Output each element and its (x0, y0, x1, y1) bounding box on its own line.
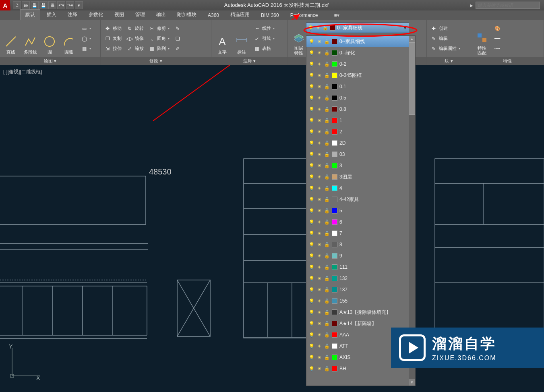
search-expand-icon[interactable]: ▶ (470, 3, 473, 8)
polyline-button[interactable]: 多段线 (22, 22, 39, 55)
bulb-icon[interactable]: 💡 (309, 355, 314, 360)
lock-icon[interactable]: 🔓 (324, 332, 330, 338)
lock-icon[interactable]: 🔓 (324, 129, 330, 135)
lock-icon[interactable]: 🔓 (324, 253, 330, 259)
lock-icon[interactable]: 🔓 (324, 219, 330, 225)
lock-icon[interactable]: 🔓 (324, 321, 330, 326)
sun-icon[interactable]: ☀ (316, 230, 322, 236)
lock-icon[interactable]: 🔓 (324, 118, 330, 123)
tab-overflow-icon[interactable]: ■▾ (332, 11, 341, 20)
lock-icon[interactable]: 🔓 (324, 151, 330, 157)
bulb-icon[interactable]: 💡 (309, 163, 314, 168)
scroll-down-icon[interactable]: ▼ (409, 379, 415, 386)
bulb-icon[interactable]: 💡 (309, 242, 314, 247)
layer-row[interactable]: 💡☀🔓7 (306, 228, 415, 239)
bulb-icon[interactable]: 💡 (309, 84, 314, 89)
lock-icon[interactable]: 🔓 (324, 197, 330, 202)
sun-icon[interactable]: ☀ (316, 50, 322, 56)
bulb-icon[interactable]: 💡 (309, 219, 314, 225)
layer-row[interactable]: 💡☀🔓0--绿化 (306, 47, 415, 58)
layer-row[interactable]: 💡☀🔓155 (306, 295, 415, 307)
bulb-icon[interactable]: 💡 (309, 39, 314, 44)
tab-default[interactable]: 默认 (20, 9, 40, 20)
lock-icon[interactable]: 🔓 (324, 309, 330, 315)
sun-icon[interactable]: ☀ (316, 39, 322, 44)
scroll-up-icon[interactable]: ▲ (409, 36, 415, 42)
lock-icon[interactable]: 🔓 (324, 298, 330, 304)
draw-misc3-button[interactable]: ▦▾ (80, 44, 92, 53)
sun-icon[interactable]: ☀ (316, 219, 322, 225)
sun-icon[interactable]: ☀ (316, 264, 322, 270)
arc-button[interactable]: 圆弧 (60, 22, 77, 55)
layer-row[interactable]: 💡☀🔓0-345图框 (306, 70, 415, 81)
bulb-icon[interactable]: 💡 (309, 106, 314, 112)
qat-save-icon[interactable]: 💾 (31, 1, 39, 9)
text-button[interactable]: A 文字 (214, 22, 231, 55)
qat-plot-icon[interactable]: 🖶 (48, 1, 56, 9)
lock-icon[interactable]: 🔓 (324, 140, 330, 146)
layer-row[interactable]: 💡☀🔓0.1 (306, 81, 415, 92)
bulb-icon[interactable]: 💡 (309, 61, 314, 67)
layer-row[interactable]: 💡☀🔓4-42家具 (306, 194, 415, 205)
layer-row[interactable]: 💡☀🔓0--家具细线 (306, 36, 415, 47)
bulb-icon[interactable]: 💡 (309, 129, 314, 135)
tab-bim360[interactable]: BIM 360 (256, 11, 284, 20)
sun-icon[interactable]: ☀ (316, 298, 322, 304)
tab-performance[interactable]: Performance (285, 11, 323, 20)
lock-icon[interactable]: 🔓 (324, 185, 330, 191)
lock-icon[interactable]: 🔓 (324, 106, 330, 112)
layer-row[interactable]: 💡☀🔓132 (306, 273, 415, 284)
bulb-icon[interactable]: 💡 (309, 185, 314, 191)
bulb-icon[interactable]: 💡 (309, 73, 314, 78)
line-button[interactable]: 直线 (2, 22, 19, 55)
layer-row[interactable]: 💡☀🔓2 (306, 126, 415, 137)
layer-row[interactable]: 💡☀🔓8 (306, 239, 415, 250)
search-input[interactable] (476, 2, 540, 9)
sun-icon[interactable]: ☀ (316, 242, 322, 247)
lock-icon[interactable]: 🔓 (324, 276, 330, 281)
sun-icon[interactable]: ☀ (316, 355, 322, 360)
layer-row[interactable]: 💡☀🔓137 (306, 284, 415, 295)
layer-selector[interactable]: 💡 ☀ 🔓 0--家具细线 ▼ (306, 23, 409, 33)
sun-icon[interactable]: ☀ (316, 129, 322, 135)
stretch-button[interactable]: ⇲拉伸 (103, 44, 123, 53)
scroll-thumb[interactable] (409, 42, 415, 115)
leader-button[interactable]: ↙引线▾ (252, 34, 276, 43)
tab-annotate[interactable]: 注释 (63, 10, 82, 20)
bulb-icon[interactable]: 💡 (309, 366, 314, 371)
lock-icon[interactable]: 🔓 (324, 355, 330, 360)
tab-output[interactable]: 输出 (151, 10, 171, 20)
dim-button[interactable]: 标注 (233, 22, 250, 55)
qat-undo-icon[interactable]: ↶▾ (57, 1, 65, 9)
layer-row[interactable]: 💡☀🔓A★13【拆除墙体填充】 (306, 307, 415, 318)
sun-icon[interactable]: ☀ (316, 140, 322, 146)
layer-props-button[interactable]: 图层 特性 (290, 22, 307, 55)
tab-insert[interactable]: 插入 (42, 10, 61, 20)
sun-icon[interactable]: ☀ (316, 366, 322, 371)
bulb-icon[interactable]: 💡 (309, 298, 314, 304)
sun-icon[interactable]: ☀ (316, 185, 322, 191)
sun-icon[interactable]: ☀ (316, 208, 322, 214)
lock-icon[interactable]: 🔓 (324, 230, 330, 236)
lock-icon[interactable]: 🔓 (324, 73, 330, 78)
sun-icon[interactable]: ☀ (316, 276, 322, 281)
panel-modify-label[interactable]: 修改 ▾ (101, 57, 211, 65)
panel-draw-label[interactable]: 绘图 ▾ (0, 57, 100, 65)
sun-icon[interactable]: ☀ (316, 321, 322, 326)
layer-row[interactable]: 💡☀🔓5 (306, 205, 415, 216)
layer-row[interactable]: 💡☀🔓1 (306, 115, 415, 126)
tab-a360[interactable]: A360 (203, 11, 224, 20)
block-create-button[interactable]: ✚创建 (429, 24, 461, 33)
lock-icon[interactable]: 🔓 (324, 208, 330, 214)
panel-block-label[interactable]: 块 ▾ (427, 57, 471, 65)
props-line2-button[interactable]: ┅┅ (493, 44, 502, 53)
qat-more-icon[interactable]: ▾ (75, 1, 83, 9)
tab-view[interactable]: 视图 (110, 10, 129, 20)
move-button[interactable]: ✥移动 (103, 24, 123, 33)
lock-icon[interactable]: 🔓 (324, 264, 330, 270)
lock-icon[interactable]: 🔓 (324, 39, 330, 44)
bulb-icon[interactable]: 💡 (309, 309, 314, 315)
mod-misc3-button[interactable]: ✐ (173, 44, 182, 53)
lock-icon[interactable]: 🔓 (324, 84, 330, 89)
bulb-icon[interactable]: 💡 (309, 230, 314, 236)
